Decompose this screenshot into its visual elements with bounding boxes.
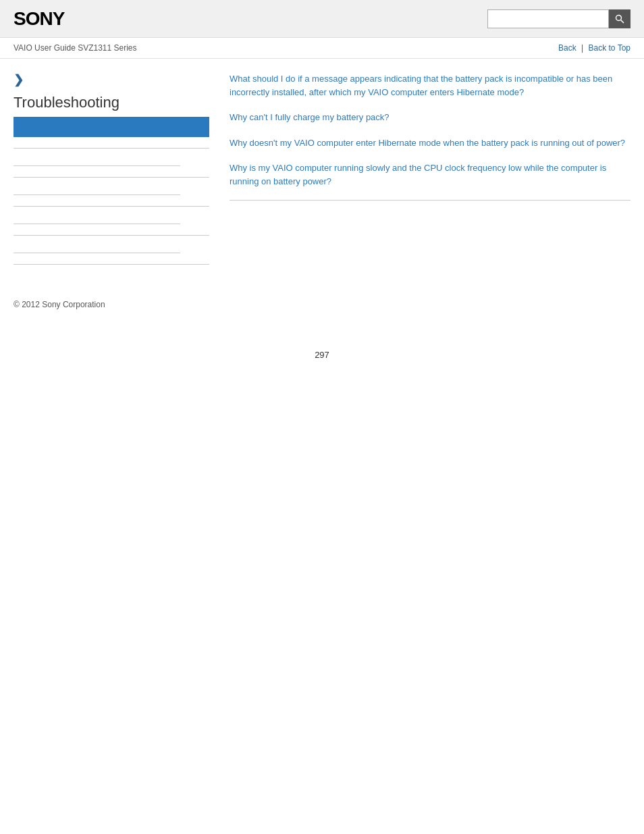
main-content: ❯ Troubleshooting What should I do if a …: [0, 59, 644, 286]
content-link-4[interactable]: Why is my VAIO computer running slowly a…: [230, 161, 630, 188]
content-link-1[interactable]: What should I do if a message appears in…: [230, 72, 630, 99]
chevron-right-icon: ❯: [14, 72, 209, 87]
back-to-top-link[interactable]: Back to Top: [589, 43, 630, 53]
content-link-3[interactable]: Why doesn't my VAIO computer enter Hiber…: [230, 136, 630, 150]
content-divider: [230, 200, 630, 201]
sidebar-link-2[interactable]: [14, 186, 180, 195]
nav-links: Back | Back to Top: [558, 43, 630, 53]
guide-title: VAIO User Guide SVZ1311 Series: [14, 43, 137, 53]
back-link[interactable]: Back: [558, 43, 576, 53]
sidebar-divider-2: [14, 177, 209, 178]
sidebar-link-3[interactable]: [14, 215, 180, 224]
content-area: What should I do if a message appears in…: [223, 72, 630, 273]
nav-separator: |: [581, 43, 583, 53]
sidebar-active-item[interactable]: [14, 117, 209, 137]
sidebar-divider-1: [14, 148, 209, 149]
sidebar-link-4[interactable]: [14, 244, 180, 253]
search-area: [487, 9, 630, 28]
sony-logo: SONY: [14, 8, 64, 30]
page-number: 297: [0, 350, 644, 373]
copyright: © 2012 Sony Corporation: [14, 300, 105, 309]
sidebar-divider-3: [14, 206, 209, 207]
sidebar: ❯ Troubleshooting: [14, 72, 223, 273]
content-link-2[interactable]: Why can't I fully charge my battery pack…: [230, 111, 630, 124]
search-input[interactable]: [487, 9, 609, 28]
svg-point-0: [616, 15, 622, 20]
svg-line-1: [621, 20, 624, 23]
footer: © 2012 Sony Corporation: [0, 286, 644, 323]
header: SONY: [0, 0, 644, 38]
sidebar-link-1[interactable]: [14, 157, 180, 166]
sidebar-title: Troubleshooting: [14, 94, 209, 111]
search-icon: [615, 14, 624, 24]
sidebar-divider-5: [14, 264, 209, 265]
sidebar-divider-4: [14, 235, 209, 236]
nav-bar: VAIO User Guide SVZ1311 Series Back | Ba…: [0, 38, 644, 59]
search-button[interactable]: [609, 9, 630, 28]
